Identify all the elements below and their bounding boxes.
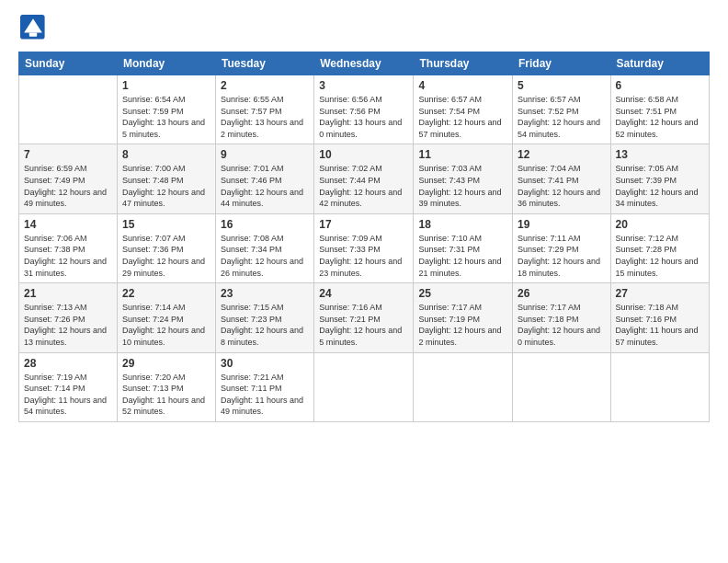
day-info: Sunrise: 7:02 AMSunset: 7:44 PMDaylight:… <box>319 163 408 209</box>
calendar-cell: 14Sunrise: 7:06 AMSunset: 7:38 PMDayligh… <box>19 213 118 282</box>
day-number: 27 <box>616 287 704 300</box>
day-info: Sunrise: 7:08 AMSunset: 7:34 PMDaylight:… <box>221 233 309 279</box>
day-number: 8 <box>122 148 210 161</box>
day-number: 16 <box>221 218 309 231</box>
calendar-cell <box>414 352 513 421</box>
day-info: Sunrise: 6:59 AMSunset: 7:49 PMDaylight:… <box>24 163 112 209</box>
calendar-cell: 25Sunrise: 7:17 AMSunset: 7:19 PMDayligh… <box>414 283 513 352</box>
calendar-cell: 10Sunrise: 7:02 AMSunset: 7:44 PMDayligh… <box>314 144 414 213</box>
weekday-header: Saturday <box>610 52 709 75</box>
day-number: 5 <box>518 79 606 92</box>
day-info: Sunrise: 7:00 AMSunset: 7:48 PMDaylight:… <box>122 163 210 209</box>
day-number: 10 <box>319 148 408 161</box>
calendar-cell: 17Sunrise: 7:09 AMSunset: 7:33 PMDayligh… <box>314 213 414 282</box>
calendar-cell <box>610 352 709 421</box>
day-number: 25 <box>418 287 507 300</box>
calendar-cell: 4Sunrise: 6:57 AMSunset: 7:54 PMDaylight… <box>414 75 513 144</box>
calendar-cell: 15Sunrise: 7:07 AMSunset: 7:36 PMDayligh… <box>117 213 215 282</box>
day-info: Sunrise: 7:07 AMSunset: 7:36 PMDaylight:… <box>122 233 210 279</box>
day-info: Sunrise: 7:05 AMSunset: 7:39 PMDaylight:… <box>616 163 704 209</box>
calendar-cell: 8Sunrise: 7:00 AMSunset: 7:48 PMDaylight… <box>117 144 215 213</box>
day-info: Sunrise: 6:57 AMSunset: 7:54 PMDaylight:… <box>418 94 507 140</box>
calendar-cell: 28Sunrise: 7:19 AMSunset: 7:14 PMDayligh… <box>19 352 118 421</box>
calendar-cell: 11Sunrise: 7:03 AMSunset: 7:43 PMDayligh… <box>414 144 513 213</box>
day-number: 28 <box>24 357 112 370</box>
logo <box>18 15 50 44</box>
day-number: 23 <box>221 287 309 300</box>
day-info: Sunrise: 7:19 AMSunset: 7:14 PMDaylight:… <box>24 372 112 418</box>
weekday-header: Monday <box>117 52 215 75</box>
calendar-cell: 27Sunrise: 7:18 AMSunset: 7:16 PMDayligh… <box>610 283 709 352</box>
day-info: Sunrise: 7:15 AMSunset: 7:23 PMDaylight:… <box>221 302 309 348</box>
day-info: Sunrise: 6:58 AMSunset: 7:51 PMDaylight:… <box>616 94 704 140</box>
day-info: Sunrise: 7:03 AMSunset: 7:43 PMDaylight:… <box>418 163 507 209</box>
calendar-cell: 26Sunrise: 7:17 AMSunset: 7:18 PMDayligh… <box>513 283 611 352</box>
day-info: Sunrise: 7:04 AMSunset: 7:41 PMDaylight:… <box>518 163 606 209</box>
weekday-header: Friday <box>513 52 611 75</box>
day-number: 11 <box>418 148 507 161</box>
day-number: 7 <box>24 148 112 161</box>
day-info: Sunrise: 7:13 AMSunset: 7:26 PMDaylight:… <box>24 302 112 348</box>
weekday-header: Sunday <box>19 52 118 75</box>
day-number: 29 <box>122 357 210 370</box>
day-number: 13 <box>616 148 704 161</box>
day-info: Sunrise: 7:11 AMSunset: 7:29 PMDaylight:… <box>518 233 606 279</box>
calendar-cell: 19Sunrise: 7:11 AMSunset: 7:29 PMDayligh… <box>513 213 611 282</box>
page: SundayMondayTuesdayWednesdayThursdayFrid… <box>0 0 728 563</box>
day-number: 21 <box>24 287 112 300</box>
calendar-cell: 9Sunrise: 7:01 AMSunset: 7:46 PMDaylight… <box>216 144 314 213</box>
day-info: Sunrise: 7:14 AMSunset: 7:24 PMDaylight:… <box>122 302 210 348</box>
calendar-cell: 13Sunrise: 7:05 AMSunset: 7:39 PMDayligh… <box>610 144 709 213</box>
day-info: Sunrise: 6:54 AMSunset: 7:59 PMDaylight:… <box>122 94 210 140</box>
calendar-cell: 5Sunrise: 6:57 AMSunset: 7:52 PMDaylight… <box>513 75 611 144</box>
day-number: 30 <box>221 357 309 370</box>
calendar-cell: 16Sunrise: 7:08 AMSunset: 7:34 PMDayligh… <box>216 213 314 282</box>
day-number: 22 <box>122 287 210 300</box>
calendar-table: SundayMondayTuesdayWednesdayThursdayFrid… <box>18 52 710 422</box>
day-info: Sunrise: 6:56 AMSunset: 7:56 PMDaylight:… <box>319 94 408 140</box>
day-info: Sunrise: 7:01 AMSunset: 7:46 PMDaylight:… <box>221 163 309 209</box>
calendar-cell: 3Sunrise: 6:56 AMSunset: 7:56 PMDaylight… <box>314 75 414 144</box>
day-number: 17 <box>319 218 408 231</box>
logo-icon <box>20 15 46 40</box>
calendar-cell: 7Sunrise: 6:59 AMSunset: 7:49 PMDaylight… <box>19 144 118 213</box>
weekday-header: Tuesday <box>216 52 314 75</box>
day-number: 20 <box>616 218 704 231</box>
calendar-cell <box>314 352 414 421</box>
day-number: 24 <box>319 287 408 300</box>
calendar-cell: 22Sunrise: 7:14 AMSunset: 7:24 PMDayligh… <box>117 283 215 352</box>
day-info: Sunrise: 7:16 AMSunset: 7:21 PMDaylight:… <box>319 302 408 348</box>
day-number: 19 <box>518 218 606 231</box>
header <box>18 15 710 44</box>
calendar-cell: 18Sunrise: 7:10 AMSunset: 7:31 PMDayligh… <box>414 213 513 282</box>
day-number: 2 <box>221 79 309 92</box>
day-number: 3 <box>319 79 408 92</box>
weekday-header: Wednesday <box>314 52 414 75</box>
day-number: 6 <box>616 79 704 92</box>
day-info: Sunrise: 7:09 AMSunset: 7:33 PMDaylight:… <box>319 233 408 279</box>
day-info: Sunrise: 6:55 AMSunset: 7:57 PMDaylight:… <box>221 94 309 140</box>
day-info: Sunrise: 7:17 AMSunset: 7:19 PMDaylight:… <box>418 302 507 348</box>
calendar-cell <box>513 352 611 421</box>
calendar-cell: 29Sunrise: 7:20 AMSunset: 7:13 PMDayligh… <box>117 352 215 421</box>
day-number: 18 <box>418 218 507 231</box>
day-info: Sunrise: 7:18 AMSunset: 7:16 PMDaylight:… <box>616 302 704 348</box>
weekday-header: Thursday <box>414 52 513 75</box>
calendar-cell: 24Sunrise: 7:16 AMSunset: 7:21 PMDayligh… <box>314 283 414 352</box>
day-info: Sunrise: 7:21 AMSunset: 7:11 PMDaylight:… <box>221 372 309 418</box>
calendar-cell: 21Sunrise: 7:13 AMSunset: 7:26 PMDayligh… <box>19 283 118 352</box>
day-info: Sunrise: 7:12 AMSunset: 7:28 PMDaylight:… <box>616 233 704 279</box>
day-number: 1 <box>122 79 210 92</box>
day-number: 15 <box>122 218 210 231</box>
svg-rect-2 <box>29 33 37 37</box>
day-info: Sunrise: 6:57 AMSunset: 7:52 PMDaylight:… <box>518 94 606 140</box>
calendar-cell <box>19 75 118 144</box>
calendar-cell: 12Sunrise: 7:04 AMSunset: 7:41 PMDayligh… <box>513 144 611 213</box>
day-number: 4 <box>418 79 507 92</box>
day-info: Sunrise: 7:20 AMSunset: 7:13 PMDaylight:… <box>122 372 210 418</box>
day-info: Sunrise: 7:17 AMSunset: 7:18 PMDaylight:… <box>518 302 606 348</box>
day-number: 9 <box>221 148 309 161</box>
calendar-cell: 20Sunrise: 7:12 AMSunset: 7:28 PMDayligh… <box>610 213 709 282</box>
calendar-cell: 30Sunrise: 7:21 AMSunset: 7:11 PMDayligh… <box>216 352 314 421</box>
day-info: Sunrise: 7:10 AMSunset: 7:31 PMDaylight:… <box>418 233 507 279</box>
